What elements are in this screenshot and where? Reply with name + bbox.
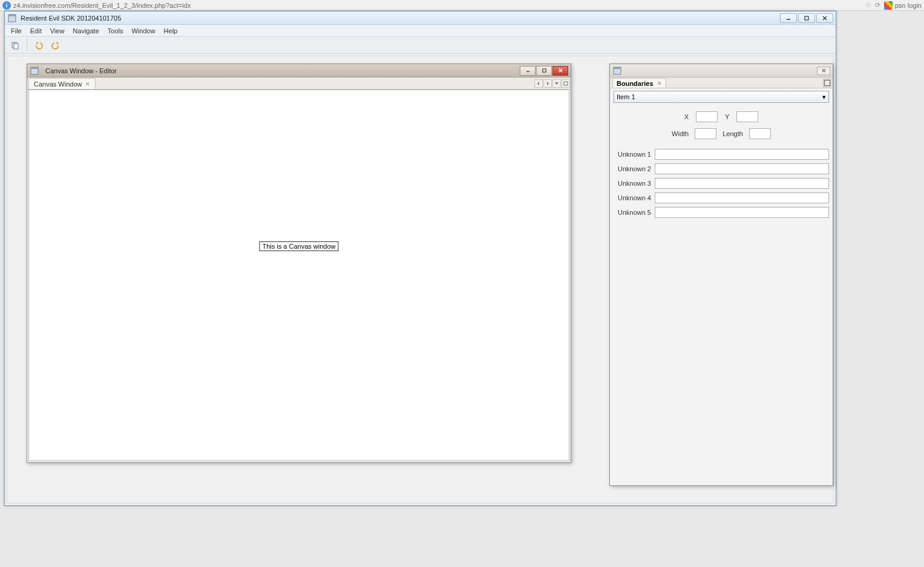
browser-url: z4.invisionfree.com/Resident_Evil_1_2_3/… bbox=[13, 2, 865, 9]
svg-rect-11 bbox=[31, 67, 38, 69]
unknown-5-label: Unknown 5 bbox=[614, 209, 651, 216]
properties-titlebar[interactable] bbox=[610, 64, 833, 77]
canvas-tabstrip: Canvas Window ✕ bbox=[27, 77, 571, 90]
menu-navigate[interactable]: Navigate bbox=[69, 26, 102, 36]
canvas-tab-close-icon[interactable]: ✕ bbox=[85, 81, 90, 87]
xy-row: X Y bbox=[614, 109, 829, 125]
length-label: Length bbox=[722, 130, 743, 137]
width-input[interactable] bbox=[695, 128, 716, 139]
boundaries-tab[interactable]: Boundaries ✕ bbox=[612, 78, 666, 88]
svg-rect-3 bbox=[805, 16, 808, 20]
unknown-1-input[interactable] bbox=[655, 149, 829, 160]
menu-window[interactable]: Window bbox=[128, 26, 159, 36]
toolbar-separator bbox=[27, 39, 27, 51]
properties-body: Item 1 ▾ X Y Width Length Unknown 1 bbox=[610, 88, 833, 224]
canvas-maximize-button[interactable] bbox=[536, 66, 552, 76]
svg-marker-17 bbox=[547, 82, 549, 85]
app-window: Resident Evil SDK 201204101705 File Edit… bbox=[4, 11, 836, 506]
canvas-body[interactable]: This is a Canvas window bbox=[28, 90, 569, 461]
properties-panel: Boundaries ✕ Item 1 ▾ X Y Width bbox=[609, 64, 833, 486]
unknown-2-input[interactable] bbox=[655, 163, 829, 174]
menu-bar: File Edit View Navigate Tools Window Hel… bbox=[5, 25, 836, 37]
boundaries-tab-close-icon[interactable]: ✕ bbox=[657, 80, 662, 87]
unknown-4-label: Unknown 4 bbox=[614, 194, 651, 202]
svg-marker-18 bbox=[555, 82, 559, 85]
app-titlebar[interactable]: Resident Evil SDK 201204101705 bbox=[5, 11, 836, 25]
canvas-close-button[interactable] bbox=[552, 66, 568, 76]
window-controls bbox=[780, 13, 833, 23]
boundaries-tab-label: Boundaries bbox=[617, 80, 654, 87]
close-button[interactable] bbox=[816, 13, 833, 23]
x-input[interactable] bbox=[696, 111, 718, 122]
client-area: Canvas Window - Editor Canvas Window ✕ bbox=[7, 56, 834, 503]
unknown-2-row: Unknown 2 bbox=[614, 163, 829, 174]
properties-pin-icon[interactable] bbox=[823, 79, 831, 87]
toolbar bbox=[5, 37, 836, 54]
menu-file[interactable]: File bbox=[7, 26, 25, 36]
browser-tab-2[interactable]: psn login bbox=[884, 1, 922, 10]
canvas-window-titlebar[interactable]: Canvas Window - Editor bbox=[27, 64, 571, 77]
menu-tools[interactable]: Tools bbox=[104, 26, 127, 36]
google-icon bbox=[884, 1, 893, 10]
canvas-tab-label: Canvas Window bbox=[34, 80, 82, 88]
browser-tab-2-label: psn login bbox=[895, 2, 922, 9]
minimize-button[interactable] bbox=[780, 13, 797, 23]
menu-edit[interactable]: Edit bbox=[27, 26, 45, 36]
unknown-3-label: Unknown 3 bbox=[614, 180, 651, 187]
unknown-1-label: Unknown 1 bbox=[614, 151, 651, 158]
properties-tabstrip: Boundaries ✕ bbox=[610, 77, 833, 88]
tab-dropdown-icon[interactable] bbox=[552, 79, 561, 88]
undo-button[interactable] bbox=[32, 39, 45, 52]
canvas-window: Canvas Window - Editor Canvas Window ✕ bbox=[27, 64, 571, 463]
toolbar-copy-button[interactable] bbox=[8, 39, 22, 52]
canvas-tab[interactable]: Canvas Window ✕ bbox=[28, 78, 96, 89]
menu-view[interactable]: View bbox=[47, 26, 68, 36]
wl-row: Width Length bbox=[614, 128, 829, 145]
svg-marker-8 bbox=[36, 42, 38, 45]
properties-close-button[interactable] bbox=[817, 67, 830, 75]
y-label: Y bbox=[725, 113, 729, 120]
svg-rect-7 bbox=[14, 44, 18, 49]
svg-marker-16 bbox=[537, 82, 539, 85]
tab-scroll-left-icon[interactable] bbox=[534, 79, 543, 88]
item-combo-value: Item 1 bbox=[617, 93, 635, 100]
reload-icon[interactable]: ⟳ bbox=[875, 1, 880, 9]
item-combo[interactable]: Item 1 ▾ bbox=[614, 91, 829, 103]
canvas-minimize-button[interactable] bbox=[520, 66, 536, 76]
menu-help[interactable]: Help bbox=[160, 26, 182, 36]
width-label: Width bbox=[672, 130, 689, 137]
cube-icon bbox=[30, 66, 39, 76]
svg-marker-9 bbox=[56, 42, 59, 45]
svg-rect-1 bbox=[8, 15, 16, 16]
bookmark-star-icon[interactable]: ☆ bbox=[865, 1, 871, 9]
unknown-4-input[interactable] bbox=[655, 192, 829, 203]
maximize-button[interactable] bbox=[798, 13, 815, 23]
redo-button[interactable] bbox=[49, 39, 62, 52]
unknown-2-label: Unknown 2 bbox=[614, 165, 651, 172]
unknown-3-row: Unknown 3 bbox=[614, 178, 829, 189]
unknown-4-row: Unknown 4 bbox=[614, 192, 829, 203]
chevron-down-icon: ▾ bbox=[822, 93, 826, 101]
svg-rect-21 bbox=[614, 67, 621, 69]
y-input[interactable] bbox=[736, 111, 758, 122]
unknown-3-input[interactable] bbox=[655, 178, 829, 189]
unknown-1-row: Unknown 1 bbox=[614, 149, 829, 160]
app-icon bbox=[7, 13, 17, 23]
svg-rect-13 bbox=[542, 69, 545, 72]
canvas-placeholder-label: This is a Canvas window bbox=[259, 241, 338, 251]
length-input[interactable] bbox=[749, 128, 771, 139]
canvas-window-title: Canvas Window - Editor bbox=[45, 67, 520, 74]
unknown-5-input[interactable] bbox=[655, 207, 829, 218]
unknown-5-row: Unknown 5 bbox=[614, 207, 829, 218]
cube-icon bbox=[612, 66, 622, 76]
canvas-window-controls bbox=[520, 66, 568, 76]
tab-scroll-right-icon[interactable] bbox=[543, 79, 552, 88]
browser-favicon: i bbox=[2, 1, 11, 10]
svg-rect-19 bbox=[564, 82, 568, 85]
browser-tab-strip: i z4.invisionfree.com/Resident_Evil_1_2_… bbox=[0, 0, 924, 11]
x-label: X bbox=[684, 113, 689, 120]
app-title: Resident Evil SDK 201204101705 bbox=[21, 15, 780, 22]
svg-rect-24 bbox=[825, 80, 830, 86]
tab-maximize-icon[interactable] bbox=[562, 79, 570, 88]
